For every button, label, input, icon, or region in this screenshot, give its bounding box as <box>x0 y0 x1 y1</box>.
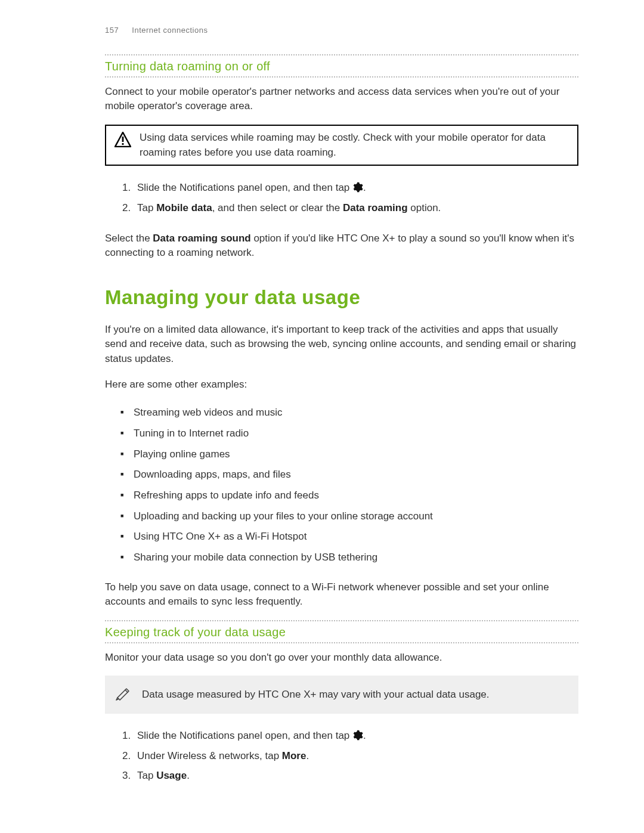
step: Tap Mobile data, and then select or clea… <box>134 199 578 219</box>
svg-rect-1 <box>122 137 124 142</box>
warning-icon <box>114 132 131 152</box>
warning-callout: Using data services while roaming may be… <box>105 125 578 166</box>
gear-icon <box>352 182 363 193</box>
svg-rect-2 <box>122 143 124 145</box>
step: Tap Usage. <box>134 767 578 787</box>
section-title-managing: Managing your data usage <box>105 283 578 312</box>
examples-list: Streaming web videos and music Tuning in… <box>105 402 578 568</box>
steps-list-roaming: Slide the Notifications panel open, and … <box>105 179 578 219</box>
paragraph: Select the Data roaming sound option if … <box>105 231 578 261</box>
gear-icon <box>352 730 363 741</box>
paragraph: If you're on a limited data allowance, i… <box>105 323 578 367</box>
step: Slide the Notifications panel open, and … <box>134 727 578 747</box>
pencil-icon <box>114 684 131 705</box>
paragraph: Monitor your data usage so you don't go … <box>105 651 578 665</box>
subsection-rule: Keeping track of your data usage <box>105 620 578 643</box>
subsection-title-tracking: Keeping track of your data usage <box>105 621 578 642</box>
page: 157 Internet connections Turning data ro… <box>0 0 644 833</box>
step: Under Wireless & networks, tap More. <box>134 747 578 767</box>
paragraph: Connect to your mobile operator's partne… <box>105 85 578 114</box>
step: Slide the Notifications panel open, and … <box>134 179 578 199</box>
warning-text: Using data services while roaming may be… <box>140 131 569 160</box>
list-item: Refreshing apps to update info and feeds <box>134 485 578 506</box>
paragraph: To help you save on data usage, connect … <box>105 580 578 609</box>
list-item: Uploading and backing up your files to y… <box>134 506 578 527</box>
page-number: 157 <box>105 26 119 35</box>
paragraph: Here are some other examples: <box>105 377 578 392</box>
running-head: 157 Internet connections <box>105 25 578 36</box>
subsection-title-roaming: Turning data roaming on or off <box>105 55 578 76</box>
list-item: Using HTC One X+ as a Wi-Fi Hotspot <box>134 527 578 547</box>
note-callout: Data usage measured by HTC One X+ may va… <box>105 676 578 714</box>
note-text: Data usage measured by HTC One X+ may va… <box>142 688 490 702</box>
steps-list-tracking: Slide the Notifications panel open, and … <box>105 727 578 787</box>
chapter-title: Internet connections <box>132 26 208 35</box>
list-item: Tuning in to Internet radio <box>134 423 578 444</box>
list-item: Playing online games <box>134 444 578 465</box>
list-item: Downloading apps, maps, and files <box>134 465 578 485</box>
list-item: Streaming web videos and music <box>134 402 578 423</box>
subsection-rule: Turning data roaming on or off <box>105 54 578 78</box>
list-item: Sharing your mobile data connection by U… <box>134 547 578 568</box>
